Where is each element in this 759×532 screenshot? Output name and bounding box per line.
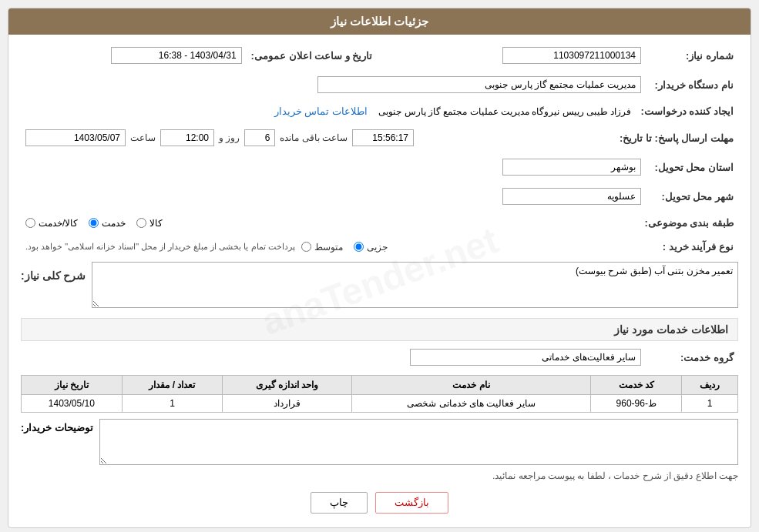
deadline-clock-label: ساعت باقی مانده bbox=[280, 132, 348, 143]
footer-buttons: بازگشت چاپ bbox=[21, 492, 738, 514]
description-row: شرح کلی نیاز: bbox=[21, 262, 738, 310]
purchase-type-jozi[interactable]: جزیی bbox=[354, 242, 388, 253]
category-option-kala-khadamat[interactable]: کالا/خدمت bbox=[25, 218, 78, 229]
deadline-days-label: روز و bbox=[219, 132, 240, 143]
info-table-purchase-type: نوع فرآیند خرید : پرداخت تمام یا بخشی از… bbox=[21, 238, 738, 256]
deadline-date-input[interactable] bbox=[25, 129, 126, 146]
request-number-label: شماره نیاز: bbox=[646, 44, 738, 67]
purchase-type-motavaset[interactable]: متوسط bbox=[301, 242, 343, 253]
purchase-type-radio-jozi[interactable] bbox=[354, 242, 364, 252]
org-name-label: نام دستگاه خریدار: bbox=[646, 73, 738, 96]
purchase-type-label: نوع فرآیند خرید : bbox=[646, 238, 738, 256]
table-row: 1ط-96-960سایر فعالیت های خدماتی شخصیقرار… bbox=[22, 395, 738, 413]
description-label: شرح کلی نیاز: bbox=[21, 266, 86, 285]
buyer-desc-textarea[interactable] bbox=[99, 419, 738, 465]
deadline-time-input[interactable] bbox=[160, 129, 214, 146]
info-table-category: طبقه بندی موضوعی: کالا/خدمت خدمت bbox=[21, 214, 738, 232]
city-label: شهر محل تحویل: bbox=[646, 185, 738, 208]
services-table: ردیف کد خدمت نام خدمت واحد اندازه گیری ت… bbox=[21, 375, 738, 413]
info-table-service-group: گروه خدمت: bbox=[21, 346, 738, 369]
page-wrapper: جزئیات اطلاعات نیاز anaTender.net شماره … bbox=[0, 0, 759, 532]
main-card: جزئیات اطلاعات نیاز anaTender.net شماره … bbox=[8, 8, 751, 528]
category-label: طبقه بندی موضوعی: bbox=[640, 214, 738, 232]
col-need-date: تاریخ نیاز bbox=[22, 376, 123, 395]
card-header: جزئیات اطلاعات نیاز bbox=[8, 8, 751, 35]
category-radio-kala[interactable] bbox=[136, 218, 146, 228]
announce-date-input[interactable] bbox=[111, 47, 242, 64]
col-unit: واحد اندازه گیری bbox=[223, 376, 351, 395]
card-body: anaTender.net شماره نیاز: تاریخ و ساعت ا… bbox=[8, 35, 751, 527]
info-table-row1: شماره نیاز: تاریخ و ساعت اعلان عمومی: bbox=[21, 44, 738, 67]
deadline-row: ساعت روز و ساعت باقی مانده bbox=[25, 129, 610, 146]
buyer-desc-note: جهت اطلاع دقیق از شرح خدمات ، لطفا به پی… bbox=[99, 470, 738, 481]
deadline-clock-input[interactable] bbox=[352, 129, 414, 146]
creator-value: فرزاد طیبی رییس نیروگاه مدیریت عملیات مج… bbox=[378, 106, 631, 117]
back-button[interactable]: بازگشت bbox=[375, 492, 448, 514]
info-table-row3: ایجاد کننده درخواست: فرزاد طیبی رییس نیر… bbox=[21, 102, 738, 120]
info-table-row2: نام دستگاه خریدار: bbox=[21, 73, 738, 96]
info-table-province: استان محل تحویل: bbox=[21, 156, 738, 179]
description-textarea[interactable] bbox=[92, 262, 738, 308]
service-group-input[interactable] bbox=[410, 349, 641, 366]
request-number-input[interactable] bbox=[502, 47, 641, 64]
province-input[interactable] bbox=[502, 159, 641, 176]
category-option-khadamat[interactable]: خدمت bbox=[89, 218, 126, 229]
col-row-num: ردیف bbox=[682, 376, 738, 395]
creator-contact-link[interactable]: اطلاعات تماس خریدار bbox=[274, 105, 368, 117]
service-group-label: گروه خدمت: bbox=[646, 346, 738, 369]
buyer-desc-section: توضیحات خریدار: جهت اطلاع دقیق از شرح خد… bbox=[21, 419, 738, 481]
page-title: جزئیات اطلاعات نیاز bbox=[331, 15, 428, 28]
category-radio-group: کالا/خدمت خدمت کالا bbox=[25, 218, 635, 229]
creator-label: ایجاد کننده درخواست: bbox=[636, 102, 738, 120]
category-option-khadamat-label: خدمت bbox=[102, 218, 126, 229]
info-table-deadline: مهلت ارسال پاسخ: تا تاریخ: ساعت روز و سا… bbox=[21, 126, 738, 149]
info-table-city: شهر محل تحویل: bbox=[21, 185, 738, 208]
col-service-name: نام خدمت bbox=[351, 376, 591, 395]
col-quantity: تعداد / مقدار bbox=[122, 376, 223, 395]
category-option-kala-khadamat-label: کالا/خدمت bbox=[39, 218, 78, 229]
city-input[interactable] bbox=[502, 188, 641, 205]
category-radio-khadamat[interactable] bbox=[89, 218, 99, 228]
purchase-type-jozi-label: جزیی bbox=[367, 242, 388, 253]
org-name-input[interactable] bbox=[317, 76, 641, 93]
announce-date-label: تاریخ و ساعت اعلان عمومی: bbox=[247, 44, 378, 67]
purchase-type-radio-group: متوسط جزیی bbox=[301, 242, 388, 253]
col-service-code: کد خدمت bbox=[591, 376, 682, 395]
category-radio-kala-khadamat[interactable] bbox=[25, 218, 35, 228]
print-button[interactable]: چاپ bbox=[311, 492, 368, 514]
purchase-type-radio-motavaset[interactable] bbox=[301, 242, 311, 252]
buyer-desc-label: توضیحات خریدار: bbox=[21, 419, 93, 433]
purchase-type-note: پرداخت تمام یا بخشی از مبلغ خریدار از مح… bbox=[25, 242, 295, 252]
services-section-header: اطلاعات خدمات مورد نیاز bbox=[21, 318, 738, 341]
purchase-type-motavaset-label: متوسط bbox=[314, 242, 343, 253]
category-option-kala[interactable]: کالا bbox=[136, 218, 163, 229]
category-option-kala-label: کالا bbox=[149, 218, 163, 229]
deadline-days-input[interactable] bbox=[244, 129, 275, 146]
deadline-time-label: ساعت bbox=[130, 132, 156, 143]
province-label: استان محل تحویل: bbox=[646, 156, 738, 179]
purchase-type-row: پرداخت تمام یا بخشی از مبلغ خریدار از مح… bbox=[25, 242, 641, 253]
deadline-label: مهلت ارسال پاسخ: تا تاریخ: bbox=[615, 126, 738, 149]
